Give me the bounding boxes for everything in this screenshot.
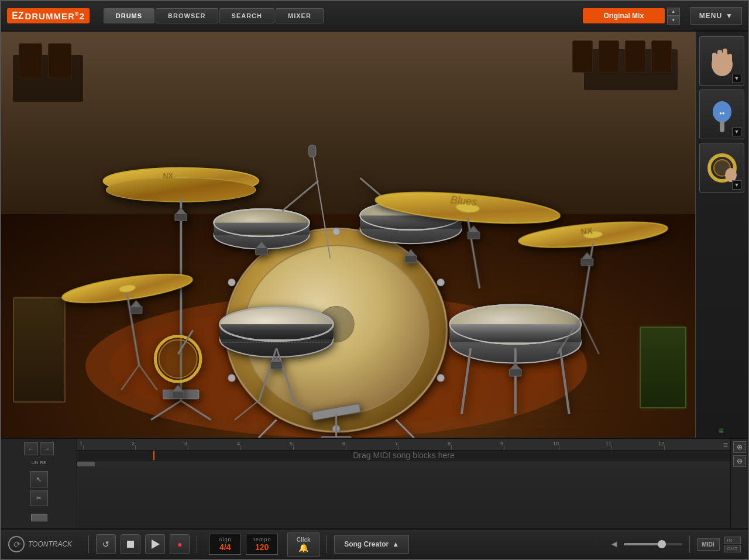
mix-arrow-down[interactable]: ▼ — [667, 16, 680, 25]
zoom-in-icon: ⊕ — [737, 443, 743, 451]
scissors-tool-button[interactable]: ✂ — [30, 490, 48, 506]
svg-point-9 — [228, 375, 235, 382]
instrument-slot-1-arrow[interactable]: ▼ — [732, 74, 741, 83]
click-label: Click — [294, 537, 313, 543]
midi-in-button[interactable]: IN — [724, 537, 741, 544]
instrument-slot-3-arrow[interactable]: ▼ — [732, 180, 741, 190]
sign-value: 4/4 — [215, 542, 235, 552]
scrollbar-thumb[interactable] — [77, 462, 95, 466]
midi-out-button[interactable]: OUT — [724, 545, 741, 552]
svg-rect-81 — [321, 437, 351, 438]
svg-rect-47 — [405, 256, 417, 263]
undo-redo-controls: ← → — [24, 442, 54, 455]
ruler-mark-4: 4 — [237, 441, 240, 446]
svg-rect-90 — [717, 50, 722, 67]
svg-point-8 — [437, 279, 444, 286]
svg-text:NX: NX — [580, 226, 593, 236]
sequencer-main: ← → UN RE ↖ ✂ — [1, 439, 748, 528]
midi-button[interactable]: MIDI — [697, 538, 720, 551]
playhead — [153, 451, 154, 460]
play-button[interactable] — [145, 534, 165, 554]
loop-button[interactable]: ↺ — [96, 534, 116, 554]
cursor-icon: ↖ — [36, 476, 42, 483]
ruler-mark-10: 10 — [553, 441, 559, 446]
drum-kit: Blues NX — [1, 32, 695, 438]
ruler-mark-12: 12 — [658, 441, 664, 446]
volume-slider[interactable] — [624, 543, 682, 545]
svg-rect-95 — [720, 121, 724, 132]
svg-point-5 — [332, 228, 339, 235]
mix-display[interactable]: Original Mix — [583, 8, 665, 23]
tempo-display[interactable]: Tempo 120 — [246, 534, 278, 555]
stop-button[interactable] — [121, 534, 140, 554]
ruler-mark-9: 9 — [500, 441, 503, 446]
sequencer-tools: ↖ ✂ — [30, 471, 48, 506]
toontrack-label: TOONTRACK — [28, 540, 72, 548]
sequencer-options-icon[interactable]: ≡ — [723, 440, 728, 449]
svg-line-38 — [283, 181, 318, 211]
song-creator-button[interactable]: Song Creator ▲ — [334, 535, 409, 554]
transport-divider-2 — [197, 535, 197, 553]
volume-slider-fill — [624, 543, 662, 545]
select-tool-button[interactable]: ↖ — [30, 471, 48, 487]
sequencer-content[interactable]: Drag MIDI song blocks here — [77, 451, 730, 460]
mix-arrows: ▲ ▼ — [667, 8, 680, 25]
svg-rect-92 — [712, 53, 717, 67]
ruler-mark-8: 8 — [448, 441, 451, 446]
zoom-out-icon: ⊖ — [737, 457, 743, 465]
zoom-out-button[interactable]: ⊖ — [733, 455, 746, 467]
logo-ez-text: EZ — [12, 11, 23, 21]
ruler-mark-2: 2 — [132, 441, 135, 446]
menu-label: MENU — [699, 12, 722, 20]
svg-rect-69 — [468, 232, 479, 239]
instrument-slot-1[interactable]: ▼ — [699, 36, 744, 86]
svg-point-7 — [228, 279, 235, 286]
sequencer: ← → UN RE ↖ ✂ — [1, 438, 748, 528]
record-icon: ● — [177, 540, 182, 549]
instrument-slot-2-arrow[interactable]: ▼ — [732, 127, 741, 136]
song-creator-arrow-icon: ▲ — [392, 540, 399, 548]
drag-midi-hint: Drag MIDI song blocks here — [353, 451, 455, 460]
ruler-mark-7: 7 — [395, 441, 398, 446]
timeline-ruler: 1 2 3 4 5 6 7 8 9 — [77, 439, 730, 451]
time-signature-display[interactable]: Sign 4/4 — [209, 534, 241, 555]
play-icon — [152, 540, 160, 549]
ruler-mark-6: 6 — [342, 441, 345, 446]
toontrack-logo: ⟳ TOONTRACK — [8, 536, 72, 552]
menu-button[interactable]: MENU ▼ — [690, 7, 742, 25]
svg-rect-86 — [172, 391, 184, 398]
svg-rect-40 — [256, 248, 267, 255]
song-creator-label: Song Creator — [344, 540, 389, 548]
undo-icon: ← — [28, 445, 35, 452]
loop-icon: ↺ — [102, 540, 109, 549]
volume-icon: ◄ — [610, 539, 619, 549]
svg-rect-63 — [130, 306, 142, 313]
redo-button[interactable]: → — [40, 442, 54, 455]
ruler-mark-3: 3 — [184, 441, 187, 446]
record-button[interactable]: ● — [170, 534, 190, 554]
zoom-in-button[interactable]: ⊕ — [733, 441, 746, 453]
click-button[interactable]: Click 🔔 — [287, 532, 319, 556]
mix-arrow-up[interactable]: ▲ — [667, 8, 680, 16]
tab-search[interactable]: SEARCH — [219, 8, 274, 23]
sequencer-zoom-controls: ⊕ ⊖ — [730, 439, 748, 528]
midi-in-out: IN OUT — [724, 537, 741, 552]
instrument-slot-3[interactable]: ▼ — [699, 143, 744, 193]
mix-selector: Original Mix ▲ ▼ — [583, 8, 680, 25]
tab-browser[interactable]: BROWSER — [156, 8, 218, 23]
svg-rect-33 — [510, 369, 521, 376]
instrument-slot-2[interactable]: ●● ▼ — [699, 90, 744, 139]
sequencer-timeline: 1 2 3 4 5 6 7 8 9 — [77, 439, 730, 528]
tab-mixer[interactable]: MIXER — [276, 8, 324, 23]
block-indicator — [31, 514, 47, 521]
svg-line-75 — [581, 317, 599, 354]
right-instrument-panel: ▼ ●● ▼ — [695, 32, 748, 438]
tab-drums[interactable]: DRUMS — [104, 8, 154, 23]
tempo-value: 120 — [252, 542, 272, 552]
sign-tempo-controls: Sign 4/4 Tempo 120 — [209, 534, 278, 555]
volume-slider-thumb[interactable] — [658, 540, 666, 548]
undo-label: UN — [32, 460, 39, 465]
sequencer-scrollbar[interactable] — [77, 460, 730, 467]
undo-button[interactable]: ← — [24, 442, 38, 455]
svg-rect-56 — [175, 214, 187, 221]
